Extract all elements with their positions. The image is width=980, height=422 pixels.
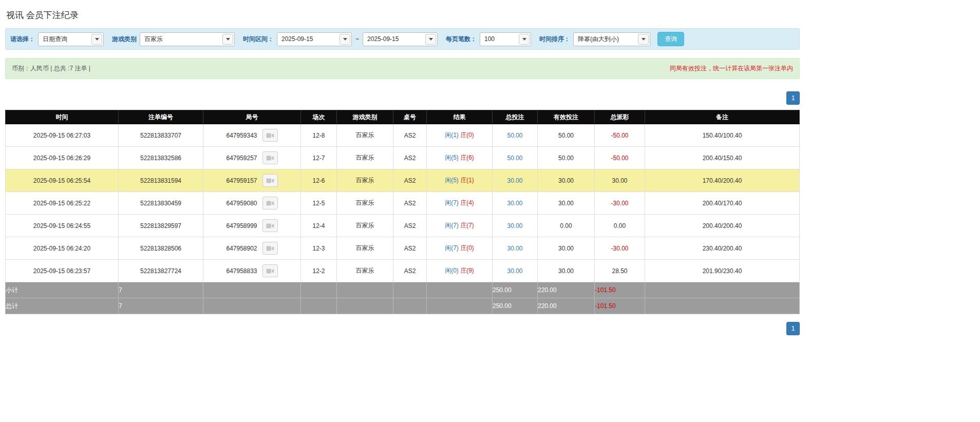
game-type-select[interactable]: 百家乐	[140, 32, 235, 46]
page-1-button[interactable]: 1	[786, 322, 800, 335]
total-bet[interactable]: 30.00	[493, 260, 538, 282]
result-banker: 庄(1)	[460, 177, 474, 184]
total-total-bet: 250.00	[493, 298, 538, 314]
result-cell: 闲(1) 庄(0)	[427, 124, 493, 147]
game-type: 百家乐	[337, 215, 393, 237]
pagination-top: 1	[5, 91, 800, 105]
note: 230.40/200.40	[645, 237, 800, 260]
game-type-label: 游戏类别	[112, 35, 137, 44]
total-bet[interactable]: 30.00	[493, 192, 538, 215]
chevron-down-icon	[519, 34, 530, 45]
table-row: 2025-09-15 06:26:29 522813832586 6479592…	[6, 147, 800, 169]
header-time: 时间	[6, 110, 119, 124]
video-replay-button[interactable]	[262, 197, 278, 209]
game-type-value: 百家乐	[140, 35, 222, 44]
table-row: 2025-09-15 06:23:57 522813827724 6479588…	[6, 260, 800, 282]
total-bet[interactable]: 50.00	[493, 124, 538, 147]
total-bet[interactable]: 30.00	[493, 169, 538, 192]
payout: 0.00	[595, 215, 645, 237]
total-payout: -101.50	[595, 298, 645, 314]
video-replay-button[interactable]	[262, 151, 278, 164]
round-number: 647958902	[226, 245, 257, 252]
page-size-select[interactable]: 100	[480, 32, 531, 46]
game-type: 百家乐	[337, 169, 393, 192]
video-replay-button[interactable]	[262, 264, 278, 277]
session: 12-3	[301, 237, 337, 260]
round-cell: 647959257	[203, 147, 301, 169]
subtotal-label: 小计	[6, 282, 119, 298]
header-game-type: 游戏类别	[337, 110, 393, 124]
result-cell: 闲(7) 庄(7)	[427, 215, 493, 237]
total-bet[interactable]: 50.00	[493, 147, 538, 169]
valid-bet: 0.00	[538, 215, 595, 237]
result-banker: 庄(0)	[460, 244, 474, 252]
bet-id: 522813827724	[119, 260, 203, 282]
date-to-select[interactable]: 2025-09-15	[363, 32, 438, 46]
round-number: 647959257	[226, 155, 257, 162]
session: 12-2	[301, 260, 337, 282]
game-type: 百家乐	[337, 260, 393, 282]
video-camera-icon	[266, 178, 274, 184]
chevron-down-icon	[222, 34, 233, 45]
table-footer: 小计 7 250.00 220.00 -101.50 总计 7	[6, 282, 800, 314]
time-sort-select[interactable]: 降幂(由大到小)	[573, 32, 650, 46]
total-label: 总计	[6, 298, 119, 314]
subtotal-count: 7	[119, 282, 203, 298]
total-count: 7	[119, 298, 203, 314]
chevron-down-icon	[638, 34, 649, 45]
total-bet[interactable]: 30.00	[493, 215, 538, 237]
page-1-button[interactable]: 1	[786, 91, 800, 105]
total-bet[interactable]: 30.00	[493, 237, 538, 260]
round-cell: 647959343	[203, 124, 301, 147]
header-valid-bet: 有效投注	[538, 110, 595, 124]
valid-bet: 30.00	[538, 169, 595, 192]
header-table-no: 桌号	[393, 110, 427, 124]
video-replay-button[interactable]	[262, 219, 278, 232]
bet-id: 522813831594	[119, 169, 203, 192]
video-camera-icon	[266, 245, 274, 252]
game-type: 百家乐	[337, 147, 393, 169]
video-replay-button[interactable]	[262, 174, 278, 187]
header-session: 场次	[301, 110, 337, 124]
summary-bar: 币别：人民币 | 总共 :7 注单 | 同局有效投注，统一计算在该局第一张注单内	[5, 58, 800, 79]
video-replay-button[interactable]	[262, 129, 278, 142]
bet-time: 2025-09-15 06:27:03	[6, 124, 119, 147]
search-button[interactable]: 查询	[657, 32, 684, 46]
page-size-label: 每页笔数：	[446, 35, 477, 44]
total-valid-bet: 220.00	[538, 298, 595, 314]
result-cell: 闲(5) 庄(1)	[427, 169, 493, 192]
round-cell: 647958999	[203, 215, 301, 237]
video-camera-icon	[266, 155, 274, 161]
payout: 28.50	[595, 260, 645, 282]
result-player: 闲(1)	[445, 131, 459, 139]
session: 12-4	[301, 215, 337, 237]
table-header: 时间 注单编号 局号 场次 游戏类别 桌号 结果 总投注 有效投注 总派彩 备注	[6, 110, 800, 124]
round-number: 647959080	[226, 200, 257, 207]
result-banker: 庄(7)	[460, 222, 474, 229]
table-no: AS2	[393, 237, 427, 260]
date-from-select[interactable]: 2025-09-15	[277, 32, 352, 46]
table-row: 2025-09-15 06:27:03 522813833707 6479593…	[6, 124, 800, 147]
bets-table: 时间 注单编号 局号 场次 游戏类别 桌号 结果 总投注 有效投注 总派彩 备注…	[5, 110, 800, 314]
bet-id: 522813830459	[119, 192, 203, 215]
bet-time: 2025-09-15 06:25:54	[6, 169, 119, 192]
video-replay-button[interactable]	[262, 242, 278, 255]
time-sort-value: 降幂(由大到小)	[574, 35, 638, 44]
chevron-down-icon	[340, 34, 350, 45]
bet-time: 2025-09-15 06:24:55	[6, 215, 119, 237]
payout: -50.00	[595, 147, 645, 169]
table-row: 2025-09-15 06:25:54 522813831594 6479591…	[6, 169, 800, 192]
note: 200.40/150.40	[645, 147, 800, 169]
session: 12-8	[301, 124, 337, 147]
subtotal-row: 小计 7 250.00 220.00 -101.50	[6, 282, 800, 298]
session: 12-7	[301, 147, 337, 169]
table-row: 2025-09-15 06:24:55 522813829597 6479589…	[6, 215, 800, 237]
subtotal-valid-bet: 220.00	[538, 282, 595, 298]
bet-id: 522813833707	[119, 124, 203, 147]
table-no: AS2	[393, 147, 427, 169]
valid-bet: 30.00	[538, 260, 595, 282]
round-cell: 647958833	[203, 260, 301, 282]
query-type-select[interactable]: 日期查询	[38, 32, 104, 46]
round-cell: 647959157	[203, 169, 301, 192]
page-title: 视讯 会员下注纪录	[5, 0, 800, 28]
